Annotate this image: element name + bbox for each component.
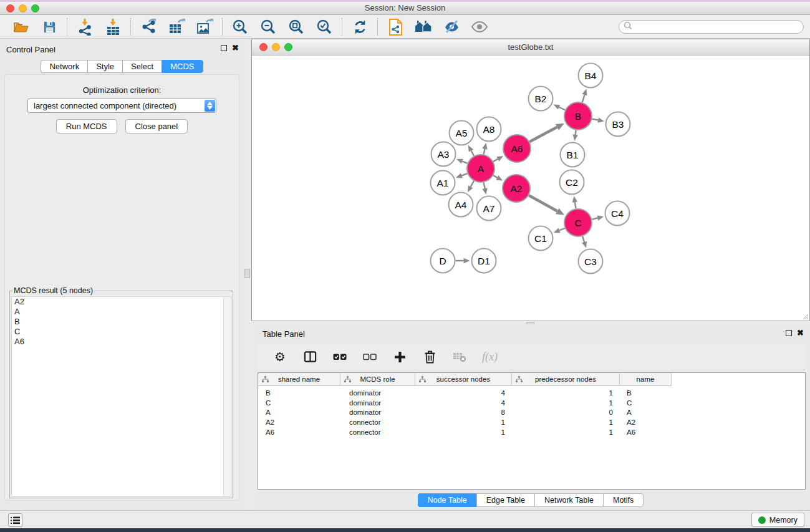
- delete-row-icon[interactable]: [422, 349, 437, 364]
- graph-node-B4[interactable]: B4: [579, 64, 603, 88]
- mcds-result-list[interactable]: A2ABCA6: [11, 296, 231, 496]
- mcds-result-item[interactable]: B: [12, 317, 231, 327]
- criterion-dropdown[interactable]: largest connected component (directed): [27, 99, 216, 113]
- table-cell: 4: [415, 389, 512, 397]
- mcds-result-item[interactable]: A6: [12, 337, 231, 347]
- graph-edge: [582, 95, 585, 102]
- graph-node-A2[interactable]: A2: [503, 175, 530, 202]
- table-toolbar: ⚙f(x): [258, 344, 806, 369]
- scrollbar[interactable]: [223, 297, 231, 496]
- graph-node-C3[interactable]: C3: [579, 249, 603, 274]
- refresh-icon[interactable]: [350, 17, 369, 36]
- graph-node-D[interactable]: D: [431, 249, 455, 273]
- column-header-successor-nodes[interactable]: successor nodes: [415, 373, 512, 386]
- table-header-row: shared nameMCDS rolesuccessor nodesprede…: [258, 373, 805, 386]
- graph-node-A[interactable]: A: [467, 155, 494, 182]
- tab-edge-table[interactable]: Edge Table: [476, 493, 534, 507]
- export-network-icon[interactable]: [139, 17, 158, 36]
- graph-node-C4[interactable]: C4: [605, 201, 630, 226]
- mcds-result-item[interactable]: C: [12, 327, 231, 337]
- table-row[interactable]: Bdominator41B: [258, 388, 805, 398]
- home-icon[interactable]: [414, 17, 433, 36]
- task-history-button[interactable]: [8, 513, 22, 527]
- zoom-fit-icon[interactable]: [287, 17, 306, 36]
- table-cell: 1: [415, 428, 512, 436]
- status-bar: Memory: [0, 510, 810, 528]
- column-header-MCDS-role[interactable]: MCDS role: [340, 373, 415, 386]
- tab-select[interactable]: Select: [122, 60, 162, 73]
- tab-mcds[interactable]: MCDS: [162, 60, 203, 73]
- table-row[interactable]: Cdominator41C: [258, 398, 805, 408]
- run-mcds-button[interactable]: Run MCDS: [56, 119, 117, 133]
- graph-node-A7[interactable]: A7: [477, 196, 501, 221]
- graph-node-A1[interactable]: A1: [431, 171, 455, 195]
- graph-node-B2[interactable]: B2: [529, 87, 553, 111]
- graph-node-C2[interactable]: C2: [560, 170, 584, 195]
- table-row[interactable]: A6connector11A6: [258, 427, 805, 437]
- save-icon[interactable]: [40, 17, 59, 36]
- zoom-out-icon[interactable]: [259, 17, 277, 36]
- split-columns-icon[interactable]: [302, 349, 317, 364]
- tab-node-table[interactable]: Node Table: [418, 493, 476, 507]
- hide-eye-icon[interactable]: [442, 17, 461, 36]
- tab-motifs[interactable]: Motifs: [603, 493, 644, 507]
- graph-edge: [559, 228, 565, 231]
- graph-node-B[interactable]: B: [564, 102, 592, 130]
- graph-node-C[interactable]: C: [564, 209, 592, 236]
- network-canvas[interactable]: B4B2BB3A8A5A6A3B1AA1C2A2A4A7C4CC1C3DD1: [252, 56, 809, 321]
- svg-text:C4: C4: [611, 208, 624, 219]
- zoom-in-icon[interactable]: [231, 17, 249, 36]
- search-input[interactable]: [632, 22, 799, 32]
- graph-node-A6[interactable]: A6: [503, 135, 531, 162]
- close-table-panel-icon[interactable]: ✖: [797, 329, 804, 337]
- svg-text:C1: C1: [534, 233, 547, 244]
- tab-style[interactable]: Style: [87, 60, 122, 73]
- mcds-result-item[interactable]: A: [12, 307, 231, 317]
- table-row[interactable]: Adominator80A: [258, 407, 805, 417]
- close-panel-button[interactable]: Close panel: [125, 119, 188, 133]
- tab-network-table[interactable]: Network Table: [534, 493, 603, 507]
- export-table-icon[interactable]: [167, 17, 186, 36]
- graph-node-D1[interactable]: D1: [472, 249, 496, 273]
- graph-node-C1[interactable]: C1: [529, 226, 553, 251]
- table-row[interactable]: A2connector11A2: [258, 417, 805, 427]
- table-body: Bdominator41BCdominator41CAdominator80AA…: [258, 386, 805, 437]
- import-table-icon[interactable]: [104, 17, 122, 36]
- select-all-icon[interactable]: [332, 349, 347, 364]
- graph-edge: [493, 175, 497, 178]
- graph-node-A8[interactable]: A8: [477, 117, 501, 142]
- clone-network-icon[interactable]: [386, 17, 405, 36]
- deselect-all-icon[interactable]: [362, 349, 377, 364]
- resize-grip-icon[interactable]: [801, 312, 809, 320]
- zoom-selected-icon[interactable]: [315, 17, 334, 36]
- graph-node-A5[interactable]: A5: [450, 121, 474, 145]
- float-table-panel-icon[interactable]: [786, 330, 792, 336]
- eye-icon[interactable]: [470, 17, 489, 36]
- column-header-shared-name[interactable]: shared name: [258, 373, 340, 386]
- float-panel-icon[interactable]: [221, 45, 227, 51]
- open-folder-icon[interactable]: [12, 17, 31, 36]
- graph-node-B3[interactable]: B3: [606, 112, 630, 137]
- split-pane-grip[interactable]: [244, 269, 250, 278]
- graph-node-B1[interactable]: B1: [561, 143, 585, 167]
- column-header-name[interactable]: name: [620, 373, 672, 386]
- import-network-icon[interactable]: [75, 17, 94, 36]
- function-builder-icon: f(x): [482, 349, 498, 364]
- graph-edge: [471, 151, 474, 156]
- node-table[interactable]: shared nameMCDS rolesuccessor nodesprede…: [258, 372, 806, 490]
- network-window-titlebar[interactable]: testGlobe.txt: [252, 39, 809, 56]
- svg-text:A: A: [478, 163, 485, 174]
- list-icon: [11, 516, 20, 525]
- memory-button[interactable]: Memory: [751, 513, 804, 527]
- column-header-predecessor-nodes[interactable]: predecessor nodes: [512, 373, 620, 386]
- settings-gear-icon[interactable]: ⚙: [272, 349, 287, 364]
- tab-network[interactable]: Network: [41, 60, 87, 73]
- graph-node-A4[interactable]: A4: [449, 193, 473, 217]
- export-image-icon[interactable]: [195, 17, 214, 36]
- main-toolbar: [0, 16, 810, 39]
- graph-node-A3[interactable]: A3: [432, 142, 456, 167]
- search-box[interactable]: [619, 20, 804, 34]
- mcds-result-item[interactable]: A2: [12, 297, 231, 307]
- add-row-icon[interactable]: [392, 349, 407, 364]
- close-panel-icon[interactable]: ✖: [232, 44, 239, 52]
